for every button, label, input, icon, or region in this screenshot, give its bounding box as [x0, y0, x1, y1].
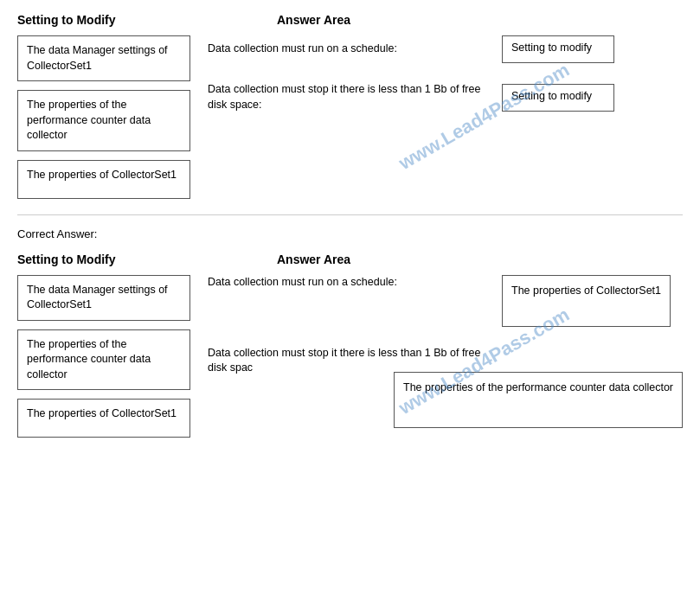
correct-option-3: The properties of CollectorSet1: [17, 399, 190, 438]
answer-box-1[interactable]: Setting to modify: [502, 35, 614, 63]
correct-option-2: The properties of the performance counte…: [17, 329, 190, 391]
answer-row-2: Data collection must stop it there is le…: [208, 82, 683, 112]
question-option-2[interactable]: The properties of the performance counte…: [17, 90, 190, 151]
question-option-1[interactable]: The data Manager settings of CollectorSe…: [17, 35, 190, 81]
answer-box-2[interactable]: Setting to modify: [502, 84, 614, 112]
correct-section: Setting to Modify Answer Area The data M…: [17, 253, 683, 448]
question-body: The data Manager settings of CollectorSe…: [17, 35, 683, 199]
correct-answer-row-1: Data collection must run on a schedule: …: [208, 275, 683, 327]
correct-answer-filled-2: The properties of the performance counte…: [394, 372, 683, 428]
correct-header: Setting to Modify Answer Area: [17, 253, 683, 266]
answer-row-1: Data collection must run on a schedule: …: [208, 35, 683, 63]
section-divider: [17, 214, 683, 215]
correct-body: The data Manager settings of CollectorSe…: [17, 275, 683, 448]
question-header: Setting to Modify Answer Area: [17, 13, 683, 27]
correct-answer-label-1: Data collection must run on a schedule:: [208, 275, 502, 291]
setting-to-modify-heading: Setting to Modify: [17, 13, 173, 27]
correct-answer-filled-1: The properties of CollectorSet1: [502, 275, 671, 327]
question-options-list: The data Manager settings of CollectorSe…: [17, 35, 190, 199]
correct-option-1: The data Manager settings of CollectorSe…: [17, 275, 190, 321]
correct-options-list: The data Manager settings of CollectorSe…: [17, 275, 190, 448]
question-section: Setting to Modify Answer Area The data M…: [17, 13, 683, 199]
question-answer-area: www.Lead4Pass.com Data collection must r…: [208, 35, 683, 199]
correct-answer-area-heading: Answer Area: [277, 253, 350, 266]
page-container: Setting to Modify Answer Area The data M…: [0, 0, 700, 476]
answer-label-2: Data collection must stop it there is le…: [208, 82, 502, 112]
correct-answer-column: www.Lead4Pass.com Data collection must r…: [208, 275, 683, 448]
correct-setting-heading: Setting to Modify: [17, 253, 173, 266]
question-option-3[interactable]: The properties of CollectorSet1: [17, 160, 190, 199]
watermark: www.Lead4Pass.com: [395, 59, 573, 175]
answer-area-heading: Answer Area: [277, 13, 350, 27]
correct-answer-label: Correct Answer:: [17, 227, 683, 240]
correct-answer-row-2: Data collection must stop it there is le…: [208, 346, 683, 376]
answer-label-1: Data collection must run on a schedule:: [208, 42, 502, 57]
